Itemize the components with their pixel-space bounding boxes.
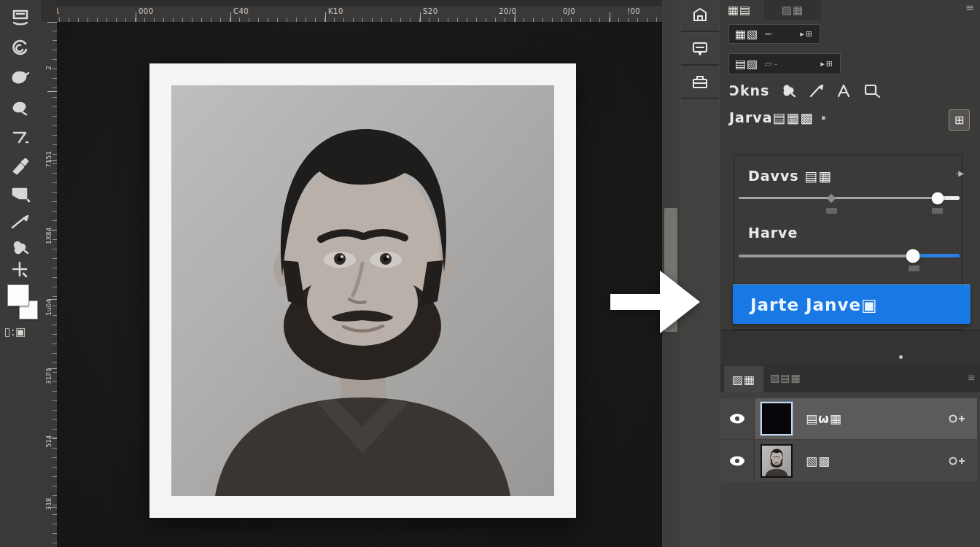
layers-header: ▨▦ ▧▤▦ ≡ <box>720 365 980 392</box>
layers-menu-icon[interactable]: ≡ <box>968 372 976 383</box>
divider-handle-dot[interactable] <box>899 355 903 359</box>
panel-tab-inactive[interactable]: ▨▦ <box>764 0 821 20</box>
document-title-row: Jarva▤▦▩ ▪ <box>729 109 825 125</box>
slider1-knob[interactable] <box>931 192 944 204</box>
field-label: ▦▧ <box>735 27 758 41</box>
ruler-label: C40 <box>233 7 249 15</box>
slider2-blue-segment <box>913 254 960 257</box>
layers-panel: ▨▦ ▧▤▦ ≡ ▤ω▦ ▧▩ <box>720 365 980 547</box>
layer2-visibility-cell[interactable] <box>720 441 755 481</box>
export-panel-button[interactable] <box>681 67 719 99</box>
ruler-label: 31P1 <box>45 370 52 384</box>
opacity-field[interactable]: ▤▨ ▭ - ▸⊞ <box>728 53 841 74</box>
ruler-label: !00 <box>627 7 640 15</box>
portrait-image <box>171 85 554 496</box>
field-label: ▤▨ <box>735 57 758 71</box>
stamp-tool-icon[interactable] <box>6 181 35 207</box>
lasso-tool-icon[interactable] <box>6 95 35 121</box>
move-tool-icon[interactable] <box>6 257 35 283</box>
layer-name: ▤ω▦ <box>806 411 842 426</box>
panel-tools-row: Ɔkns <box>729 82 882 99</box>
ruler-label: 20/0 <box>499 7 516 15</box>
ruler-label: 000 <box>139 7 154 15</box>
slider1-mid-value <box>826 208 837 214</box>
ruler-label: 318 <box>45 497 52 511</box>
slider1-label: Davvs ▤▦ <box>748 168 832 184</box>
club-icon[interactable] <box>779 82 797 99</box>
zoom-icon[interactable] <box>863 82 882 99</box>
slider2-knob[interactable] <box>906 249 920 263</box>
eye-icon[interactable] <box>728 454 746 468</box>
slider2-value <box>909 265 919 271</box>
photo-document[interactable] <box>149 63 576 518</box>
properties-panel: ▦▤ ▨▦ ≡ ▦▧ ≕ ▸⊞ ▤▨ ▭ - ▸⊞ Ɔkns Jarva▤▦▩ … <box>720 0 980 547</box>
comment-panel-button[interactable] <box>681 34 719 66</box>
ruler-label: S20 <box>423 7 438 15</box>
pen-tool-icon[interactable] <box>6 209 35 235</box>
slider1-track[interactable] <box>739 197 960 199</box>
eye-icon[interactable] <box>728 412 746 425</box>
slider1-value <box>932 208 943 214</box>
panel-tab-active[interactable]: ▦▤ <box>728 3 751 17</box>
layer-link-icon[interactable] <box>948 413 967 424</box>
layer1-thumbnail[interactable] <box>761 402 793 435</box>
ruler-label: 7151 <box>45 153 52 168</box>
canvas-top-strip <box>41 0 662 6</box>
field-value: ≕ <box>764 29 772 39</box>
layer-row[interactable]: ▧▩ <box>755 441 977 481</box>
foreground-color-swatch[interactable] <box>7 284 29 306</box>
layer-row-selected[interactable]: ▤ω▦ <box>755 398 977 439</box>
apply-button[interactable]: Jarte Janve▣ <box>733 284 971 324</box>
document-title-mark: ▪ <box>821 114 825 121</box>
photo-editor-window: ▯:▣ 20R 000 C40 K10 S20 20/0 0J0 !00 2 7… <box>0 0 980 547</box>
layer1-visibility-cell[interactable] <box>720 398 755 439</box>
vertical-ruler: 2 7151 1X84 1u04 31P1 514 318 <box>41 22 57 547</box>
ruler-label: 2 <box>45 61 52 75</box>
field-value: ▭ - <box>764 59 777 69</box>
layer-name: ▧▩ <box>806 454 831 468</box>
horizontal-ruler: 20R 000 C40 K10 S20 20/0 0J0 !00 <box>41 6 662 22</box>
layers-tab-inactive[interactable]: ▧▤▦ <box>770 372 801 384</box>
blend-mode-field[interactable]: ▦▧ ≕ ▸⊞ <box>728 24 820 44</box>
history-tool-icon[interactable] <box>6 35 35 61</box>
arrow-right-icon <box>607 268 704 338</box>
panel-menu-icon[interactable]: ≡ <box>965 1 974 13</box>
crop-tool-icon[interactable] <box>6 124 35 150</box>
ruler-label: 1u04 <box>45 301 52 316</box>
slider2-label: Harve <box>748 225 798 241</box>
slider2-track[interactable] <box>739 255 960 257</box>
hand-tool-icon[interactable] <box>6 64 35 90</box>
brush-icon[interactable] <box>807 82 825 99</box>
slider-options-icon[interactable]: -▶ <box>956 169 964 177</box>
panels-tool-icon[interactable] <box>6 4 35 31</box>
panel-divider <box>720 330 980 365</box>
ruler-label: 1X84 <box>45 230 52 244</box>
grid-view-button[interactable]: ⊞ <box>949 109 970 131</box>
tent-icon[interactable] <box>835 82 852 99</box>
layer-link-icon[interactable] <box>948 455 967 467</box>
ruler-label: 0J0 <box>563 7 575 15</box>
field-dropdown-icon[interactable]: ▸⊞ <box>820 59 834 69</box>
document-title: Jarva▤▦▩ <box>729 109 814 125</box>
ruler-corner <box>41 0 57 22</box>
ruler-label: 514 <box>45 434 52 449</box>
layers-tab-active[interactable]: ▨▦ <box>724 366 763 392</box>
tools-row-label: Ɔkns <box>729 82 769 98</box>
ruler-label: K10 <box>328 7 343 15</box>
canvas-area[interactable] <box>57 22 662 547</box>
screen-mode-icon[interactable]: ▯:▣ <box>4 325 26 338</box>
eyedropper-tool-icon[interactable] <box>6 153 35 179</box>
layer2-thumbnail[interactable] <box>761 444 793 478</box>
tool-palette: ▯:▣ <box>0 0 41 547</box>
home-panel-button[interactable] <box>681 0 719 32</box>
field-dropdown-icon[interactable]: ▸⊞ <box>800 29 814 39</box>
